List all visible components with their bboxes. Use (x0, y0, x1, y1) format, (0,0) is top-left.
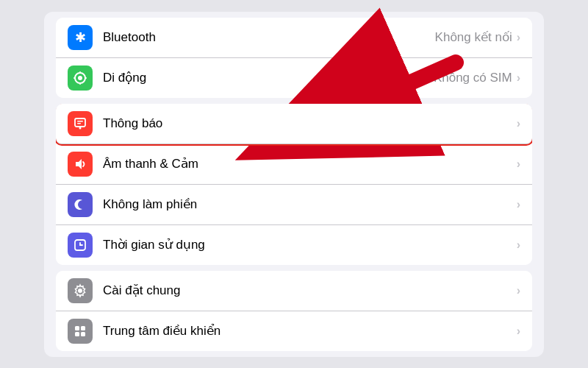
settings-list: ✱ Bluetooth Không kết nối › (44, 12, 544, 357)
svg-point-15 (78, 289, 82, 293)
row-bluetooth[interactable]: ✱ Bluetooth Không kết nối › (56, 18, 532, 58)
section-notifications: Thông báo › Âm thanh & Cảm › (56, 104, 532, 265)
row-donotdisturb[interactable]: Không làm phiền › (56, 185, 532, 225)
screentime-chevron: › (517, 238, 520, 252)
section-general: Cài đặt chung › Trung tâm điều khiển › (56, 271, 532, 351)
svg-rect-18 (75, 332, 79, 336)
svg-rect-16 (75, 326, 79, 330)
row-cellular[interactable]: Di động Không có SIM › (56, 58, 532, 98)
sounds-icon-wrap (68, 152, 93, 177)
svg-rect-19 (81, 332, 85, 336)
bluetooth-value: Không kết nối (435, 29, 512, 45)
notifications-icon (73, 116, 87, 131)
screen-wrapper: ✱ Bluetooth Không kết nối › (0, 0, 588, 368)
sounds-chevron: › (517, 158, 520, 171)
controlcenter-chevron: › (517, 325, 520, 338)
moon-icon (73, 197, 87, 212)
svg-rect-17 (81, 326, 85, 330)
bluetooth-label: Bluetooth (103, 30, 435, 45)
sounds-label: Âm thanh & Cảm (103, 156, 517, 171)
row-general[interactable]: Cài đặt chung › (56, 271, 532, 311)
cellular-value: Không có SIM (434, 71, 512, 85)
svg-rect-9 (77, 121, 83, 122)
svg-marker-11 (76, 159, 82, 169)
screentime-label: Thời gian sử dụng (103, 237, 517, 252)
notifications-label: Thông báo (103, 116, 517, 131)
general-chevron: › (517, 284, 520, 297)
gear-icon (73, 283, 87, 298)
bluetooth-chevron: › (517, 31, 520, 44)
controlcenter-label: Trung tâm điều khiển (103, 323, 517, 339)
cellular-chevron: › (517, 71, 520, 85)
bluetooth-icon-wrap: ✱ (68, 25, 93, 50)
controlcenter-icon-wrap (68, 319, 93, 344)
row-notifications[interactable]: Thông báo › (56, 104, 532, 144)
cellular-icon-wrap (68, 66, 93, 91)
general-icon-wrap (68, 278, 93, 303)
svg-point-1 (78, 76, 82, 80)
cellular-icon (73, 71, 87, 85)
notifications-icon-wrap (68, 111, 93, 136)
controlcenter-icon (73, 324, 87, 339)
screentime-icon-wrap (68, 233, 93, 258)
svg-rect-10 (77, 123, 81, 124)
cellular-label: Di động (103, 70, 434, 85)
bluetooth-icon: ✱ (75, 31, 86, 44)
donotdisturb-label: Không làm phiền (103, 197, 517, 212)
svg-rect-6 (75, 118, 85, 127)
section-connectivity: ✱ Bluetooth Không kết nối › (56, 18, 532, 98)
row-sounds[interactable]: Âm thanh & Cảm › (56, 144, 532, 185)
screentime-icon (73, 238, 87, 252)
donotdisturb-icon-wrap (68, 192, 93, 217)
notifications-chevron: › (517, 117, 520, 130)
general-label: Cài đặt chung (103, 283, 517, 298)
donotdisturb-chevron: › (517, 198, 520, 211)
row-screentime[interactable]: Thời gian sử dụng › (56, 225, 532, 265)
sounds-icon (73, 157, 87, 171)
row-controlcenter[interactable]: Trung tâm điều khiển › (56, 311, 532, 351)
